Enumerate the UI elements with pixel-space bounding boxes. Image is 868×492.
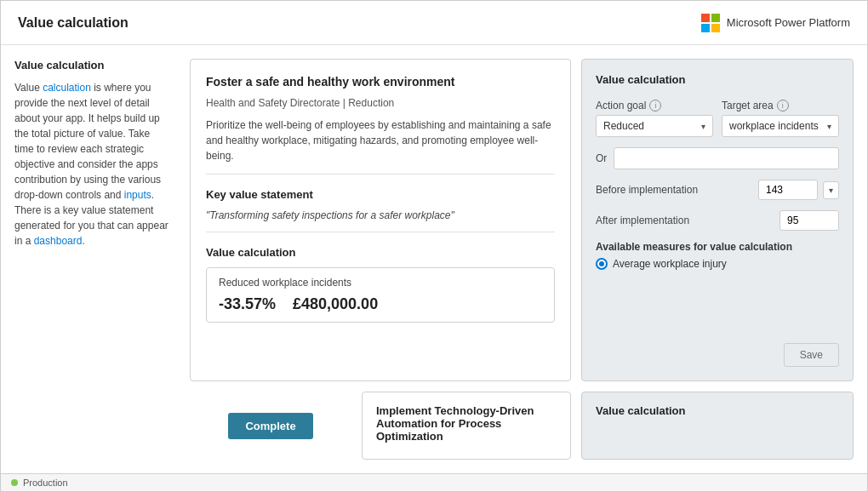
- after-impl-input[interactable]: [779, 210, 839, 231]
- measures-title: Available measures for value calculation: [596, 241, 839, 253]
- ms-logo-text: Microsoft Power Platform: [727, 16, 850, 29]
- bottom-right-panel: Value calculation: [581, 392, 854, 460]
- header: Value calculation Microsoft Power Platfo…: [1, 1, 867, 45]
- before-impl-select[interactable]: ▾: [823, 181, 839, 199]
- target-area-chevron-icon: ▾: [827, 122, 831, 131]
- bottom-card-title: Implement Technology-Driven Automation f…: [376, 404, 557, 443]
- ms-logo: Microsoft Power Platform: [701, 14, 850, 32]
- main-card-description: Prioritize the well-being of employees b…: [206, 117, 555, 163]
- sidebar-link-dashboard[interactable]: dashboard: [34, 235, 83, 247]
- action-goal-chevron-icon: ▾: [701, 122, 705, 131]
- sidebar-link-calculation[interactable]: calculation: [43, 82, 91, 94]
- sidebar-link-inputs[interactable]: inputs: [124, 189, 151, 201]
- ms-squares-icon: [701, 14, 720, 32]
- before-impl-row: Before implementation ▾: [596, 180, 839, 200]
- ms-square-red: [701, 14, 710, 22]
- complete-btn-wrap: Complete: [190, 392, 351, 460]
- bottom-row: Complete Implement Technology-Driven Aut…: [190, 392, 854, 460]
- after-impl-row: After implementation: [596, 210, 839, 231]
- value-currency: £480,000.00: [293, 295, 378, 313]
- target-area-group: Target area i workplace incidents ▾: [722, 100, 839, 137]
- target-area-label: Target area i: [722, 100, 839, 112]
- measure-item: Average workplace injury: [596, 258, 839, 270]
- target-area-select[interactable]: workplace incidents ▾: [722, 115, 839, 137]
- sidebar-heading: Value calculation: [14, 59, 169, 72]
- or-label: Or: [596, 152, 607, 164]
- sidebar-text: Value calculation is where you provide t…: [14, 80, 169, 249]
- form-row-selects: Action goal i Reduced ▾ Target area: [596, 100, 839, 137]
- save-button[interactable]: Save: [784, 343, 839, 367]
- app-container: Value calculation Microsoft Power Platfo…: [0, 0, 868, 492]
- after-impl-label: After implementation: [596, 215, 689, 226]
- page-title: Value calculation: [18, 15, 128, 31]
- right-panel-title: Value calculation: [596, 73, 839, 86]
- footer-env-label: Production: [23, 478, 68, 488]
- action-goal-value: Reduced: [603, 120, 644, 132]
- measures-section: Available measures for value calculation…: [596, 241, 839, 270]
- footer: Production: [1, 473, 867, 491]
- target-area-info-icon[interactable]: i: [777, 100, 789, 112]
- value-calc-heading: Value calculation: [206, 246, 555, 259]
- main-card: Foster a safe and healthy work environme…: [190, 59, 571, 381]
- main-content: Value calculation Value calculation is w…: [1, 45, 867, 473]
- radio-inner: [599, 261, 604, 266]
- before-impl-chevron-icon: ▾: [829, 186, 833, 195]
- ms-square-yellow: [711, 24, 720, 32]
- action-goal-info-icon[interactable]: i: [649, 100, 661, 112]
- bottom-main-card: Implement Technology-Driven Automation f…: [362, 392, 571, 460]
- ms-square-blue: [701, 24, 710, 32]
- action-goal-group: Action goal i Reduced ▾: [596, 100, 713, 137]
- measure-label: Average workplace injury: [613, 258, 727, 270]
- value-percent: -33.57%: [219, 295, 276, 313]
- value-calc-sub-label: Reduced workplace incidents: [219, 277, 542, 289]
- key-value-text: "Transforming safety inspections for a s…: [206, 209, 555, 221]
- cards-area: Foster a safe and healthy work environme…: [190, 59, 854, 460]
- or-row: Or: [596, 147, 839, 169]
- main-card-subtitle: Health and Safety Directorate | Reductio…: [206, 97, 555, 109]
- or-input[interactable]: [614, 147, 839, 169]
- before-impl-label: Before implementation: [596, 184, 698, 196]
- before-impl-input-wrap: ▾: [758, 180, 839, 200]
- action-goal-label: Action goal i: [596, 100, 713, 112]
- action-goal-select[interactable]: Reduced ▾: [596, 115, 713, 137]
- right-panel: Value calculation Action goal i Reduced …: [581, 59, 854, 381]
- complete-button[interactable]: Complete: [228, 413, 312, 439]
- measure-radio[interactable]: [596, 258, 608, 270]
- value-calc-numbers: -33.57% £480,000.00: [219, 295, 542, 313]
- before-impl-input[interactable]: [758, 180, 818, 200]
- value-calc-box: Reduced workplace incidents -33.57% £480…: [206, 267, 555, 323]
- left-sidebar: Value calculation Value calculation is w…: [14, 59, 176, 460]
- after-impl-input-wrap: [779, 210, 839, 231]
- key-value-heading: Key value statement: [206, 188, 555, 201]
- divider: [206, 174, 555, 174]
- bottom-right-title: Value calculation: [596, 404, 839, 417]
- production-status-icon: [11, 479, 18, 486]
- divider-2: [206, 232, 555, 232]
- target-area-value: workplace incidents: [729, 120, 819, 132]
- top-row: Foster a safe and healthy work environme…: [190, 59, 854, 381]
- ms-square-green: [711, 14, 720, 22]
- main-card-title: Foster a safe and healthy work environme…: [206, 75, 555, 89]
